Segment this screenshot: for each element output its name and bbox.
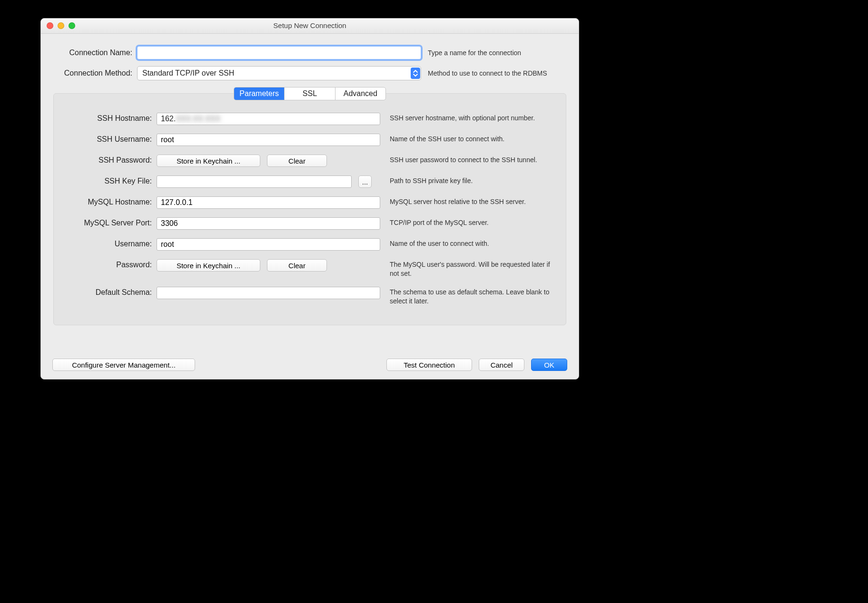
mysql-password-desc: The MySQL user's password. Will be reque… [333, 259, 556, 278]
ssh-username-label: SSH Username: [63, 134, 157, 144]
ssh-password-label: SSH Password: [63, 155, 157, 165]
mysql-username-label: Username: [63, 238, 157, 248]
ssh-password-clear-button[interactable]: Clear [267, 155, 327, 167]
tab-ssl[interactable]: SSL [285, 88, 335, 100]
ssh-password-desc: SSH user password to connect to the SSH … [333, 155, 556, 165]
default-schema-label: Default Schema: [63, 287, 157, 297]
ssh-hostname-input[interactable]: 162. XXX.XX.XXX [157, 113, 380, 125]
ssh-username-input[interactable] [157, 134, 380, 146]
mysql-port-label: MySQL Server Port: [63, 217, 157, 227]
ssh-hostname-label: SSH Hostname: [63, 113, 157, 123]
dialog-footer: Configure Server Management... Test Conn… [41, 350, 579, 379]
connection-method-label: Connection Method: [53, 69, 137, 78]
parameters-panel: SSH Hostname: 162. XXX.XX.XXX SSH server… [53, 93, 566, 325]
tab-advanced[interactable]: Advanced [335, 88, 385, 100]
ssh-hostname-desc: SSH server hostname, with optional port … [380, 113, 556, 123]
default-schema-input[interactable] [157, 287, 380, 299]
ssh-hostname-value-prefix: 162. [161, 115, 176, 123]
mysql-username-desc: Name of the user to connect with. [380, 238, 556, 248]
connection-name-input[interactable] [137, 46, 421, 59]
mysql-username-input[interactable] [157, 238, 380, 251]
mysql-password-store-button[interactable]: Store in Keychain ... [157, 259, 260, 272]
connection-method-select[interactable]: Standard TCP/IP over SSH [137, 66, 421, 80]
connection-name-hint: Type a name for the connection [421, 49, 566, 57]
mysql-hostname-input[interactable] [157, 196, 380, 209]
connection-name-label: Connection Name: [53, 49, 137, 57]
mysql-password-clear-button[interactable]: Clear [267, 259, 327, 272]
test-connection-button[interactable]: Test Connection [386, 359, 472, 371]
tab-parameters[interactable]: Parameters [234, 88, 285, 100]
mysql-hostname-desc: MySQL server host relative to the SSH se… [380, 196, 556, 206]
ok-button[interactable]: OK [531, 359, 567, 371]
ssh-hostname-value-obscured: XXX.XX.XXX [176, 115, 220, 123]
configure-server-button[interactable]: Configure Server Management... [52, 359, 195, 371]
window-title: Setup New Connection [41, 21, 579, 29]
ssh-keyfile-desc: Path to SSH private key file. [380, 175, 556, 185]
cancel-button[interactable]: Cancel [479, 359, 524, 371]
ssh-username-desc: Name of the SSH user to connect with. [380, 134, 556, 144]
connection-method-hint: Method to use to connect to the RDBMS [421, 69, 566, 77]
dialog-window: Setup New Connection Connection Name: Ty… [40, 18, 579, 379]
ssh-keyfile-label: SSH Key File: [63, 175, 157, 185]
ssh-keyfile-input[interactable] [157, 175, 352, 188]
ssh-keyfile-browse-button[interactable]: ... [358, 175, 372, 188]
titlebar: Setup New Connection [41, 19, 579, 34]
default-schema-desc: The schema to use as default schema. Lea… [380, 287, 556, 306]
ssh-password-store-button[interactable]: Store in Keychain ... [157, 155, 260, 167]
tab-bar: Parameters SSL Advanced [234, 87, 386, 100]
mysql-port-desc: TCP/IP port of the MySQL server. [380, 217, 556, 227]
select-stepper-icon[interactable] [411, 68, 420, 79]
connection-method-value: Standard TCP/IP over SSH [142, 69, 234, 78]
mysql-port-input[interactable] [157, 217, 380, 230]
mysql-hostname-label: MySQL Hostname: [63, 196, 157, 206]
mysql-password-label: Password: [63, 259, 157, 269]
